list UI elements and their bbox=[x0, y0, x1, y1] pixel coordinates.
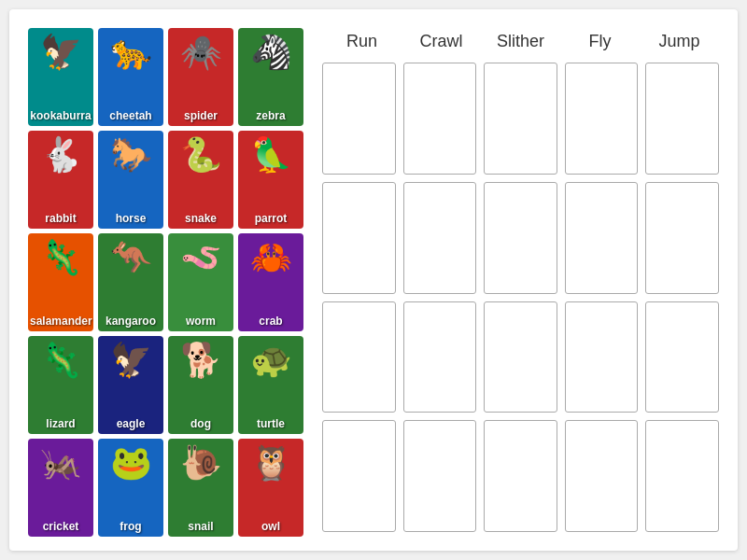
animal-grid: 🦅kookaburra🐆cheetah🕷️spider🦓zebra🐇rabbit… bbox=[28, 28, 303, 532]
animal-card-cricket[interactable]: 🦗cricket bbox=[28, 439, 93, 537]
animal-card-snail[interactable]: 🐌snail bbox=[168, 439, 233, 537]
col-header-run: Run bbox=[322, 28, 402, 55]
drop-cell-r0-c3[interactable] bbox=[565, 63, 639, 175]
cheetah-label: cheetah bbox=[98, 106, 163, 126]
zebra-label: zebra bbox=[238, 106, 303, 126]
drop-cell-r2-c0[interactable] bbox=[322, 301, 396, 413]
snake-label: snake bbox=[168, 209, 233, 229]
parrot-icon: 🦜 bbox=[250, 135, 292, 175]
animal-card-horse[interactable]: 🐎horse bbox=[98, 131, 163, 229]
owl-label: owl bbox=[238, 517, 303, 537]
col-header-fly: Fly bbox=[560, 28, 640, 55]
snail-label: snail bbox=[168, 517, 233, 537]
kangaroo-label: kangaroo bbox=[98, 312, 163, 331]
crab-label: crab bbox=[238, 312, 303, 331]
drop-cell-r0-c4[interactable] bbox=[645, 63, 719, 175]
animal-card-parrot[interactable]: 🦜parrot bbox=[238, 131, 303, 229]
frog-label: frog bbox=[98, 517, 163, 537]
drop-cell-r0-c0[interactable] bbox=[322, 63, 396, 175]
eagle-label: eagle bbox=[98, 414, 163, 434]
drop-cell-r3-c4[interactable] bbox=[645, 420, 719, 532]
salamander-icon: 🦎 bbox=[40, 238, 82, 277]
animal-card-kookaburra[interactable]: 🦅kookaburra bbox=[28, 28, 93, 126]
drop-cell-r3-c1[interactable] bbox=[403, 420, 477, 532]
animal-card-dog[interactable]: 🐕dog bbox=[168, 336, 233, 434]
drop-cell-r1-c3[interactable] bbox=[565, 182, 639, 294]
drop-cell-r2-c2[interactable] bbox=[484, 301, 557, 413]
animal-card-kangaroo[interactable]: 🦘kangaroo bbox=[98, 233, 163, 331]
drop-cell-r2-c4[interactable] bbox=[645, 301, 719, 413]
dog-label: dog bbox=[168, 414, 233, 434]
drop-cell-r1-c4[interactable] bbox=[645, 182, 719, 294]
drop-cell-r3-c2[interactable] bbox=[484, 420, 557, 532]
lizard-label: lizard bbox=[28, 414, 93, 434]
kookaburra-icon: 🦅 bbox=[40, 33, 82, 72]
salamander-label: salamander bbox=[28, 312, 93, 331]
animal-card-lizard[interactable]: 🦎lizard bbox=[28, 336, 93, 434]
animal-card-worm[interactable]: 🪱worm bbox=[168, 233, 233, 331]
spider-icon: 🕷️ bbox=[180, 33, 222, 72]
drop-cell-r0-c1[interactable] bbox=[403, 63, 477, 175]
frog-icon: 🐸 bbox=[110, 443, 152, 483]
turtle-icon: 🐢 bbox=[250, 341, 292, 380]
animal-card-eagle[interactable]: 🦅eagle bbox=[98, 336, 163, 434]
zebra-icon: 🦓 bbox=[250, 33, 292, 72]
drop-cell-r0-c2[interactable] bbox=[484, 63, 557, 175]
drop-cell-r1-c1[interactable] bbox=[403, 182, 477, 294]
animal-card-turtle[interactable]: 🐢turtle bbox=[238, 336, 303, 434]
parrot-label: parrot bbox=[238, 209, 303, 229]
rabbit-icon: 🐇 bbox=[40, 135, 82, 175]
animal-card-frog[interactable]: 🐸frog bbox=[98, 439, 163, 537]
animal-card-owl[interactable]: 🦉owl bbox=[238, 439, 303, 537]
animal-card-salamander[interactable]: 🦎salamander bbox=[28, 233, 93, 331]
spider-label: spider bbox=[168, 106, 233, 126]
worm-label: worm bbox=[168, 312, 233, 331]
main-container: 🦅kookaburra🐆cheetah🕷️spider🦓zebra🐇rabbit… bbox=[9, 9, 738, 551]
animal-card-spider[interactable]: 🕷️spider bbox=[168, 28, 233, 126]
snake-icon: 🐍 bbox=[180, 135, 222, 175]
horse-label: horse bbox=[98, 209, 163, 229]
lizard-icon: 🦎 bbox=[40, 341, 82, 380]
turtle-label: turtle bbox=[238, 414, 303, 434]
sort-panel: RunCrawlSlitherFlyJump bbox=[322, 28, 719, 532]
drop-cell-r3-c0[interactable] bbox=[322, 420, 396, 532]
drop-cell-r3-c3[interactable] bbox=[565, 420, 639, 532]
animal-card-cheetah[interactable]: 🐆cheetah bbox=[98, 28, 163, 126]
animal-card-zebra[interactable]: 🦓zebra bbox=[238, 28, 303, 126]
kangaroo-icon: 🦘 bbox=[110, 238, 152, 277]
col-header-jump: Jump bbox=[640, 28, 719, 55]
column-headers: RunCrawlSlitherFlyJump bbox=[322, 28, 719, 55]
crab-icon: 🦀 bbox=[250, 238, 292, 277]
col-header-slither: Slither bbox=[481, 28, 560, 55]
animal-card-crab[interactable]: 🦀crab bbox=[238, 233, 303, 331]
cheetah-icon: 🐆 bbox=[110, 33, 152, 72]
kookaburra-label: kookaburra bbox=[28, 106, 93, 126]
col-header-crawl: Crawl bbox=[402, 28, 481, 55]
rabbit-label: rabbit bbox=[28, 209, 93, 229]
dog-icon: 🐕 bbox=[180, 341, 222, 380]
cricket-label: cricket bbox=[28, 517, 93, 537]
horse-icon: 🐎 bbox=[110, 135, 152, 175]
cricket-icon: 🦗 bbox=[40, 443, 82, 483]
snail-icon: 🐌 bbox=[180, 443, 222, 483]
worm-icon: 🪱 bbox=[180, 238, 222, 277]
drop-cell-r1-c0[interactable] bbox=[322, 182, 396, 294]
animal-card-rabbit[interactable]: 🐇rabbit bbox=[28, 131, 93, 229]
owl-icon: 🦉 bbox=[250, 443, 292, 483]
drop-cell-r1-c2[interactable] bbox=[484, 182, 557, 294]
eagle-icon: 🦅 bbox=[110, 341, 152, 380]
drop-grid bbox=[322, 63, 719, 532]
drop-cell-r2-c3[interactable] bbox=[565, 301, 639, 413]
drop-cell-r2-c1[interactable] bbox=[403, 301, 477, 413]
animal-card-snake[interactable]: 🐍snake bbox=[168, 131, 233, 229]
